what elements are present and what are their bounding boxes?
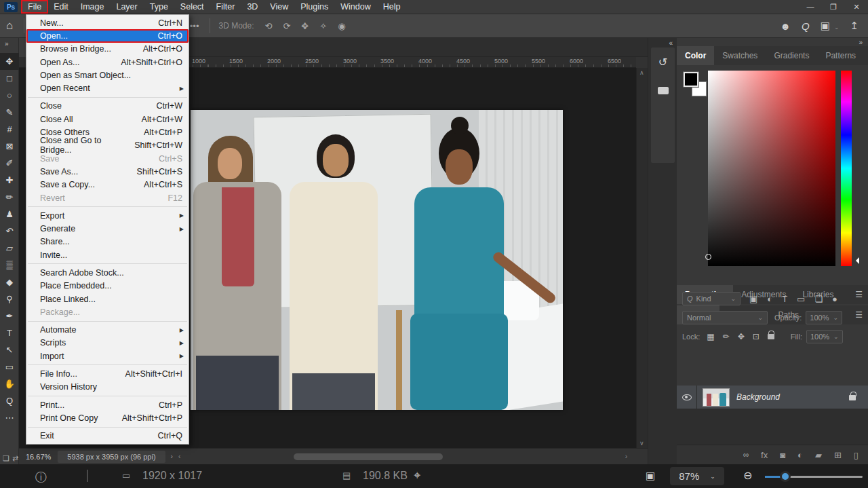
toolbar-bottom-icon[interactable]: ❏ xyxy=(3,454,9,463)
file-menu-item[interactable]: Import xyxy=(26,350,189,362)
tool-button[interactable]: ▒ xyxy=(0,257,19,274)
color-field-marker[interactable] xyxy=(705,254,711,260)
menubar-item[interactable]: Plugins xyxy=(294,1,334,13)
restore-button[interactable]: ❐ xyxy=(822,0,845,14)
menubar-item[interactable]: Window xyxy=(334,1,376,13)
tool-button[interactable]: ⊠ xyxy=(0,138,19,155)
tool-button[interactable]: ✥ xyxy=(0,53,19,70)
tool-button[interactable]: T xyxy=(0,324,19,341)
layer-filter-icon[interactable]: T xyxy=(782,294,787,304)
scroll-right-icon[interactable]: › xyxy=(625,453,627,460)
menubar-item[interactable]: Select xyxy=(174,1,210,13)
file-menu-item[interactable]: Place Embedded... xyxy=(26,280,189,293)
opacity-input[interactable]: 100% ⌄ xyxy=(806,311,842,324)
menubar-item[interactable]: Edit xyxy=(47,1,75,13)
file-menu-item[interactable] xyxy=(26,319,189,324)
layer-visibility-cell[interactable] xyxy=(677,386,697,409)
status-expand-icon[interactable]: › xyxy=(171,453,173,460)
layers-footer-icon[interactable]: ▰ xyxy=(815,450,822,460)
scroll-left-icon[interactable]: ‹ xyxy=(178,453,180,460)
threed-mode-icon[interactable]: ⟲ xyxy=(260,21,278,31)
tool-button[interactable]: ⋯ xyxy=(0,409,19,426)
lock-all-icon[interactable] xyxy=(768,334,774,339)
file-menu-item[interactable]: Share... xyxy=(26,236,189,248)
scroll-down-icon[interactable]: ∨ xyxy=(639,440,644,447)
file-menu-item[interactable]: Print... Ctrl+P xyxy=(26,398,189,411)
menubar-item[interactable]: View xyxy=(264,1,294,13)
panel-tab[interactable]: Color xyxy=(677,46,714,65)
collapse-panels-icon[interactable]: » xyxy=(859,39,863,46)
file-menu-item[interactable] xyxy=(26,362,189,367)
layers-footer-icon[interactable]: ◙ xyxy=(780,450,785,460)
tool-button[interactable]: ↶ xyxy=(0,223,19,240)
focus-target-icon[interactable]: ⌖ xyxy=(410,468,424,482)
menubar-item[interactable]: File xyxy=(22,1,47,13)
tool-button[interactable]: ✚ xyxy=(0,172,19,189)
screenshot-icon[interactable]: ▣ xyxy=(646,470,655,482)
fill-input[interactable]: 100% ⌄ xyxy=(806,330,843,343)
layer-filter-icon[interactable]: ❏ xyxy=(814,294,823,304)
close-button[interactable]: ✕ xyxy=(845,0,868,14)
panel-menu-icon[interactable]: ☰ xyxy=(864,46,868,65)
zoom-percent-dropdown[interactable]: 87% ⌄ xyxy=(670,467,724,485)
account-icon[interactable]: ☻ xyxy=(780,20,791,32)
layers-footer-icon[interactable]: ⊞ xyxy=(834,450,842,460)
file-menu-item[interactable]: Export xyxy=(26,209,189,222)
tool-button[interactable]: ✋ xyxy=(0,375,19,392)
minimize-button[interactable]: — xyxy=(799,0,822,14)
layer-name[interactable]: Background xyxy=(736,392,780,402)
threed-mode-icon[interactable]: ✥ xyxy=(296,21,314,31)
file-menu-item[interactable]: Automate xyxy=(26,324,189,337)
layers-footer-icon[interactable]: fx xyxy=(761,450,768,460)
layer-filter-icon[interactable]: ▭ xyxy=(797,294,805,304)
file-menu-item[interactable]: Package... xyxy=(26,305,189,318)
tool-button[interactable]: ♟ xyxy=(0,206,19,223)
toolbar-bottom-icon[interactable]: ⇄ xyxy=(12,454,18,463)
tool-button[interactable]: ✎ xyxy=(0,104,19,121)
lock-option-icon[interactable]: ✥ xyxy=(738,332,745,341)
comments-panel-icon[interactable] xyxy=(651,76,675,105)
file-menu-item[interactable]: Place Linked... xyxy=(26,293,189,305)
menubar-item[interactable]: Layer xyxy=(110,1,143,13)
layer-filter-kind-select[interactable]: Q Kind ⌄ xyxy=(682,292,741,305)
layers-footer-icon[interactable]: ◐ xyxy=(797,450,803,460)
file-menu-item[interactable]: New... Ctrl+N xyxy=(26,16,189,29)
panel-tab[interactable]: Gradients xyxy=(766,46,817,65)
saturation-brightness-field[interactable] xyxy=(708,71,835,266)
threed-mode-icon[interactable]: ◉ xyxy=(332,21,351,31)
file-menu-item[interactable]: Search Adobe Stock... xyxy=(26,266,189,279)
layer-filter-icon[interactable]: ◐ xyxy=(767,294,772,304)
file-menu-item[interactable] xyxy=(26,394,189,398)
layers-footer-icon[interactable]: ▯ xyxy=(854,450,859,460)
threed-mode-icon[interactable]: ⟳ xyxy=(277,21,296,31)
file-menu-item[interactable]: Print One Copy Alt+Shift+Ctrl+P xyxy=(26,411,189,424)
file-menu-item[interactable]: Browse in Bridge... Alt+Ctrl+O xyxy=(26,43,189,56)
menubar-item[interactable]: Type xyxy=(144,1,174,13)
search-icon[interactable]: Q xyxy=(802,20,810,32)
file-menu-item[interactable]: Save a Copy... Alt+Ctrl+S xyxy=(26,179,189,191)
layer-thumbnail[interactable] xyxy=(703,388,730,407)
file-menu-item[interactable]: Scripts xyxy=(26,337,189,350)
file-menu-item[interactable]: Save Ctrl+S xyxy=(26,152,189,165)
lock-option-icon[interactable]: ✏ xyxy=(723,332,730,341)
document-info[interactable]: 5938 px x 3959 px (96 ppi) xyxy=(58,451,165,463)
threed-mode-icon[interactable]: ✧ xyxy=(314,21,332,31)
share-icon[interactable]: ↥ xyxy=(850,20,859,32)
menubar-item[interactable]: Filter xyxy=(210,1,241,13)
layer-filter-icon[interactable]: ▣ xyxy=(749,294,757,304)
tool-button[interactable]: ○ xyxy=(0,87,19,104)
tool-button[interactable]: ▭ xyxy=(0,358,19,375)
file-menu-item[interactable]: Open As... Alt+Shift+Ctrl+O xyxy=(26,56,189,69)
hue-marker[interactable] xyxy=(852,257,859,264)
history-panel-icon[interactable]: ↺ xyxy=(651,48,675,76)
tool-button[interactable]: Q xyxy=(0,392,19,409)
workspace-icon[interactable]: ▣⌄ xyxy=(821,20,840,32)
file-menu-item[interactable] xyxy=(26,204,189,209)
tool-button[interactable]: ✒ xyxy=(0,307,19,324)
home-icon[interactable]: ⌂ xyxy=(6,19,13,33)
tool-button[interactable]: ▱ xyxy=(0,240,19,257)
layer-locked-icon[interactable] xyxy=(845,391,860,403)
blend-mode-select[interactable]: Normal ⌄ xyxy=(682,311,768,324)
zoom-level-text[interactable]: 16.67% xyxy=(26,453,51,461)
zoom-slider-knob[interactable] xyxy=(780,471,791,482)
